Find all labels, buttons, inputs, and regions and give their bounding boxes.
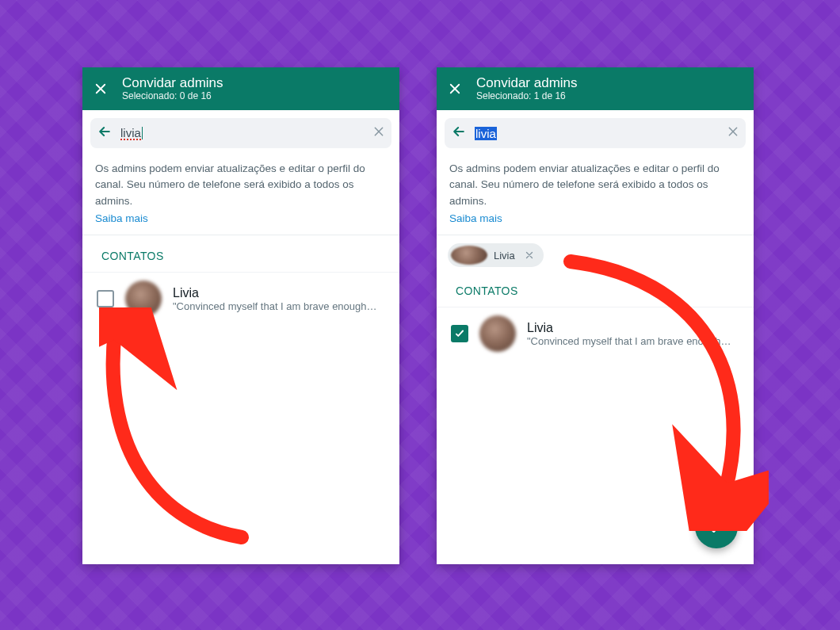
info-text: Os admins podem enviar atualizações e ed… xyxy=(95,162,365,207)
header-subtitle: Selecionado: 1 de 16 xyxy=(476,91,578,102)
check-icon xyxy=(706,517,727,537)
avatar xyxy=(451,246,487,265)
close-icon[interactable] xyxy=(94,82,108,96)
header-title: Convidar admins xyxy=(476,75,578,91)
info-text-block: Os admins podem enviar atualizações e ed… xyxy=(437,148,754,235)
contacts-section-label: CONTATOS xyxy=(82,235,399,272)
invite-admins-panel-step1: Convidar admins Selecionado: 0 de 16 liv… xyxy=(82,67,399,564)
info-text: Os admins podem enviar atualizações e ed… xyxy=(449,162,720,207)
avatar xyxy=(479,315,516,352)
chip-remove-icon[interactable] xyxy=(521,249,537,262)
panel-header: Convidar admins Selecionado: 0 de 16 xyxy=(82,67,399,110)
panel-header: Convidar admins Selecionado: 1 de 16 xyxy=(437,67,754,110)
contact-status: "Convinced myself that I am brave enough… xyxy=(527,335,733,347)
back-arrow-icon[interactable] xyxy=(451,124,467,143)
avatar xyxy=(125,281,162,317)
contact-row[interactable]: Livia "Convinced myself that I am brave … xyxy=(437,307,754,360)
search-bar: livia xyxy=(445,118,746,148)
header-title: Convidar admins xyxy=(122,75,223,91)
info-text-block: Os admins podem enviar atualizações e ed… xyxy=(82,148,399,235)
close-icon[interactable] xyxy=(448,82,462,96)
contact-checkbox[interactable] xyxy=(97,290,114,307)
contact-checkbox[interactable] xyxy=(451,325,468,342)
confirm-fab[interactable] xyxy=(695,506,738,548)
back-arrow-icon[interactable] xyxy=(97,124,113,143)
contact-status: "Convinced myself that I am brave enough… xyxy=(173,300,379,312)
invite-admins-panel-step2: Convidar admins Selecionado: 1 de 16 liv… xyxy=(437,67,754,564)
contacts-section-label: CONTATOS xyxy=(437,270,754,307)
search-input[interactable]: livia xyxy=(120,127,365,140)
header-subtitle: Selecionado: 0 de 16 xyxy=(122,91,223,102)
chip-label: Livia xyxy=(494,250,515,262)
selected-contact-chip: Livia xyxy=(448,243,544,267)
contact-row[interactable]: Livia "Convinced myself that I am brave … xyxy=(82,272,399,325)
clear-search-icon[interactable] xyxy=(727,125,739,141)
contact-name: Livia xyxy=(173,286,379,300)
search-bar: livia xyxy=(90,118,391,148)
search-input[interactable]: livia xyxy=(475,127,719,140)
learn-more-link[interactable]: Saiba mais xyxy=(449,211,502,227)
clear-search-icon[interactable] xyxy=(372,125,385,141)
contact-name: Livia xyxy=(527,321,733,335)
learn-more-link[interactable]: Saiba mais xyxy=(95,211,148,227)
